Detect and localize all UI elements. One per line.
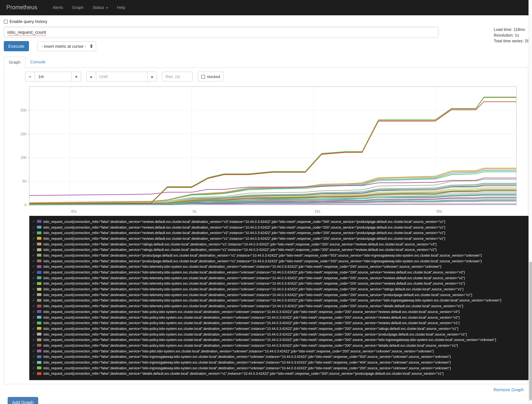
- legend-row[interactable]: ✔istio_request_count{connection_mtls="fa…: [29, 252, 532, 258]
- legend-row[interactable]: ✔istio_request_count{connection_mtls="fa…: [29, 297, 532, 303]
- legend-row[interactable]: ✔istio_request_count{connection_mtls="fa…: [29, 224, 532, 230]
- series-color-swatch: [37, 248, 41, 251]
- graph-canvas[interactable]: 05010015020045s0s15s30s: [11, 85, 520, 214]
- series-color-swatch: [37, 276, 41, 279]
- series-color-swatch: [37, 361, 41, 364]
- series-label: istio_request_count{connection_mtls="fal…: [43, 248, 437, 252]
- series-label: istio_request_count{connection_mtls="fal…: [43, 287, 463, 291]
- stacked-checkbox[interactable]: [201, 75, 205, 78]
- range-input[interactable]: [35, 72, 72, 82]
- series-color-swatch: [37, 355, 41, 358]
- legend-row[interactable]: ✔istio_request_count{connection_mtls="fa…: [29, 320, 532, 326]
- time-back-button[interactable]: «: [86, 72, 96, 82]
- series-enabled-check-icon: ✔: [32, 259, 35, 263]
- legend-row[interactable]: ✔istio_request_count{connection_mtls="fa…: [29, 365, 532, 371]
- legend-row[interactable]: ✔istio_request_count{connection_mtls="fa…: [29, 360, 532, 365]
- x-axis-tick-label: 30s: [436, 209, 442, 214]
- series-color-swatch: [37, 220, 41, 223]
- query-history-checkbox[interactable]: [4, 19, 8, 23]
- query-history-row: Enable query history: [4, 19, 528, 24]
- legend-row[interactable]: ✔istio_request_count{connection_mtls="fa…: [29, 275, 532, 281]
- legend-row[interactable]: ✔istio_request_count{connection_mtls="fa…: [29, 286, 532, 292]
- legend-row[interactable]: ✔istio_request_count{connection_mtls="fa…: [29, 342, 532, 348]
- remove-graph-row: Remove Graph: [4, 387, 528, 393]
- legend-row[interactable]: ✔istio_request_count{connection_mtls="fa…: [29, 219, 532, 224]
- legend-row[interactable]: ✔istio_request_count{connection_mtls="fa…: [29, 354, 532, 360]
- navbar: Prometheus Alerts Graph Status ▾ Help: [0, 0, 532, 15]
- series-label: istio_request_count{connection_mtls="fal…: [43, 310, 460, 314]
- series-label: istio_request_count{connection_mtls="fal…: [43, 265, 441, 269]
- series-enabled-check-icon: ✔: [32, 343, 35, 348]
- legend-row[interactable]: ✔istio_request_count{connection_mtls="fa…: [29, 247, 532, 252]
- series-enabled-check-icon: ✔: [32, 242, 35, 246]
- legend-row[interactable]: ✔istio_request_count{connection_mtls="fa…: [29, 269, 532, 275]
- series-label: istio_request_count{connection_mtls="fal…: [43, 327, 458, 330]
- legend-row[interactable]: ✔istio_request_count{connection_mtls="fa…: [29, 281, 532, 286]
- series-color-swatch: [37, 327, 41, 330]
- series-color-swatch: [37, 299, 41, 302]
- series-enabled-check-icon: ✔: [32, 287, 35, 291]
- execute-button[interactable]: Execute: [4, 41, 29, 51]
- series-enabled-check-icon: ✔: [32, 264, 35, 269]
- series-color-swatch: [37, 237, 41, 240]
- legend-row[interactable]: ✔istio_request_count{connection_mtls="fa…: [29, 337, 532, 342]
- series-color-swatch: [37, 265, 41, 268]
- query-stats: Load time: 118ms Resolution: 1s Total ti…: [494, 27, 529, 44]
- until-input[interactable]: [96, 72, 147, 82]
- series-enabled-check-icon: ✔: [32, 349, 35, 353]
- y-axis-tick-label: 150: [20, 132, 26, 136]
- chevron-down-icon: ▾: [106, 6, 108, 10]
- series-color-swatch: [37, 338, 41, 341]
- brand-prometheus[interactable]: Prometheus: [6, 4, 37, 11]
- y-axis-tick-label: 200: [20, 108, 26, 112]
- resolution: Resolution: 1s: [494, 32, 529, 38]
- series-color-swatch: [37, 243, 41, 246]
- select-arrows-icon: [90, 44, 93, 48]
- query-row: istio_request_count Load time: 118ms Res…: [4, 27, 528, 38]
- legend-row[interactable]: ✔istio_request_count{connection_mtls="fa…: [29, 258, 532, 264]
- legend-row[interactable]: ✔istio_request_count{connection_mtls="fa…: [29, 230, 532, 236]
- series-label: istio_request_count{connection_mtls="fal…: [43, 270, 465, 274]
- range-decrease-button[interactable]: −: [25, 72, 35, 82]
- query-history-label: Enable query history: [10, 19, 47, 24]
- range-increase-button[interactable]: +: [72, 72, 81, 82]
- legend-row[interactable]: ✔istio_request_count{connection_mtls="fa…: [29, 326, 532, 331]
- resolution-input[interactable]: [162, 72, 193, 82]
- series-label: istio_request_count{connection_mtls="fal…: [43, 220, 445, 223]
- series-enabled-check-icon: ✔: [32, 315, 35, 320]
- insert-metric-dropdown[interactable]: - insert metric at cursor -: [37, 41, 96, 51]
- tab-console[interactable]: Console: [25, 57, 50, 68]
- legend-row[interactable]: ✔istio_request_count{connection_mtls="fa…: [29, 314, 532, 320]
- legend-row[interactable]: ✔istio_request_count{connection_mtls="fa…: [29, 236, 532, 241]
- tab-graph[interactable]: Graph: [4, 57, 25, 68]
- legend-row[interactable]: ✔istio_request_count{connection_mtls="fa…: [29, 264, 532, 269]
- page-scrollbar[interactable]: [528, 0, 532, 404]
- legend-row[interactable]: ✔istio_request_count{connection_mtls="fa…: [29, 331, 532, 337]
- nav-item-alerts[interactable]: Alerts: [52, 5, 63, 10]
- add-graph-button[interactable]: Add Graph: [8, 397, 38, 404]
- query-expression-input[interactable]: istio_request_count: [4, 27, 438, 38]
- series-color-swatch: [37, 316, 41, 319]
- query-expression-text: istio_request_count: [7, 30, 46, 35]
- legend-row[interactable]: ✔istio_request_count{connection_mtls="fa…: [29, 371, 532, 376]
- series-label: istio_request_count{connection_mtls="fal…: [43, 366, 451, 370]
- main-container: Enable query history istio_request_count…: [0, 19, 532, 404]
- scrollbar-thumb[interactable]: [529, 262, 532, 400]
- y-axis-tick-label: 50: [22, 179, 26, 183]
- legend-row[interactable]: ✔istio_request_count{connection_mtls="fa…: [29, 241, 532, 247]
- series-label: istio_request_count{connection_mtls="fal…: [43, 360, 451, 364]
- legend-row[interactable]: ✔istio_request_count{connection_mtls="fa…: [29, 303, 532, 309]
- time-forward-button[interactable]: »: [147, 72, 157, 82]
- series-label: istio_request_count{connection_mtls="fal…: [43, 321, 460, 325]
- nav-item-graph[interactable]: Graph: [72, 5, 83, 10]
- legend-row[interactable]: ✔istio_request_count{connection_mtls="fa…: [29, 348, 532, 354]
- chart-area: 05010015020045s0s15s30s: [11, 85, 528, 215]
- nav-item-status[interactable]: Status ▾: [93, 5, 108, 10]
- series-color-swatch: [37, 271, 41, 274]
- legend-row[interactable]: ✔istio_request_count{connection_mtls="fa…: [29, 292, 532, 297]
- remove-graph-link[interactable]: Remove Graph: [494, 387, 524, 392]
- series-color-swatch: [37, 259, 41, 262]
- legend-row[interactable]: ✔istio_request_count{connection_mtls="fa…: [29, 309, 532, 314]
- nav-item-help[interactable]: Help: [117, 5, 126, 10]
- series-color-swatch: [37, 344, 41, 347]
